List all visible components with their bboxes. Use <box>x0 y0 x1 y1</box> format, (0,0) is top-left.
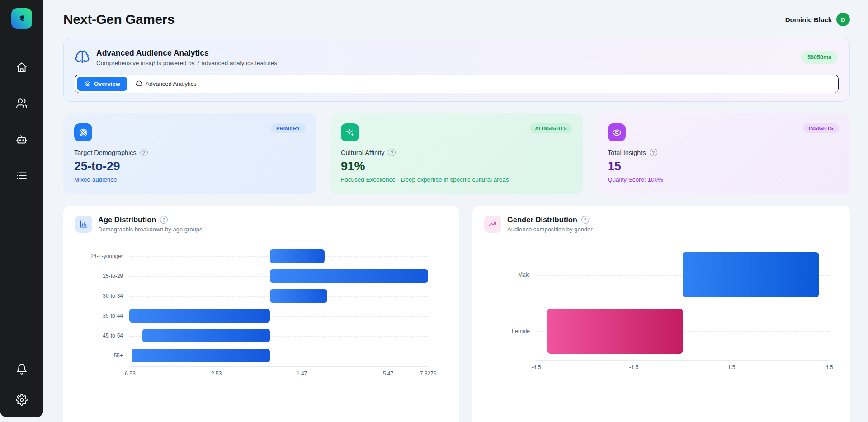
sparkles-icon <box>341 123 359 141</box>
brain-icon <box>75 50 90 65</box>
bar-55+ <box>132 349 270 362</box>
list-icon[interactable] <box>16 170 28 182</box>
stat-card-total-insights: INSIGHTS Total Insights ? 15 Quality Sco… <box>597 113 850 194</box>
banner-title: Advanced Audience Analytics <box>96 48 277 58</box>
gender-distribution-card: Gender Distribution ? Audience compositi… <box>472 206 850 422</box>
page-title: Next-Gen Gamers <box>63 12 175 27</box>
age-distribution-chart: 24-+-younger25-to-2930-to-3435-to-4445-t… <box>75 246 447 378</box>
main-content: Next-Gen Gamers Dominic Black D Advanced… <box>43 0 868 422</box>
category-label: 25-to-29 <box>75 273 129 279</box>
chart-row: 25-to-29 <box>75 266 447 286</box>
bar-Female <box>547 309 683 354</box>
help-icon[interactable]: ? <box>140 149 148 156</box>
gender-distribution-chart: MaleFemale -4.5-1.51.54.5 <box>484 246 838 372</box>
chart-title: Gender Distribution <box>507 216 577 224</box>
category-label: 55+ <box>75 352 129 359</box>
eye-icon <box>84 80 91 87</box>
help-icon[interactable]: ? <box>160 216 168 224</box>
tab-overview-label: Overview <box>94 80 120 87</box>
target-icon <box>74 123 92 141</box>
tab-overview[interactable]: Overview <box>77 77 127 91</box>
sidebar-bottom-nav <box>16 363 28 406</box>
bar-30-to-34 <box>270 289 327 303</box>
x-axis: -4.5-1.51.54.5 <box>536 360 829 372</box>
help-icon[interactable]: ? <box>581 216 589 224</box>
chart-title: Age Distribution <box>98 216 156 224</box>
user-name: Dominic Black <box>785 16 832 23</box>
stat-label: Target Demographics <box>74 149 137 156</box>
eye-icon <box>608 123 626 141</box>
latency-badge: 56050ms <box>801 51 838 64</box>
x-tick-label: -1.5 <box>629 364 639 370</box>
stat-badge: INSIGHTS <box>803 123 839 133</box>
stat-label: Cultural Affinity <box>341 149 384 156</box>
tab-bar: Overview Advanced Analytics <box>75 75 839 93</box>
tab-advanced-analytics-label: Advanced Analytics <box>146 80 197 87</box>
category-label: Female <box>484 328 536 334</box>
logo-glyph-icon <box>16 13 28 24</box>
x-tick-label: 1.47 <box>297 370 307 377</box>
bar-25-to-29 <box>270 269 428 283</box>
home-icon[interactable] <box>16 61 28 73</box>
bell-icon[interactable] <box>16 363 28 375</box>
x-axis: -6.53-2.531.475.477.3276 <box>129 366 428 378</box>
bar-45-to-54 <box>142 329 270 342</box>
sidebar <box>0 0 43 417</box>
app-logo[interactable] <box>11 8 32 29</box>
user-menu[interactable]: Dominic Black D <box>785 13 850 26</box>
chart-row: 35-to-44 <box>75 306 447 326</box>
x-tick-label: -4.5 <box>532 364 541 370</box>
settings-icon[interactable] <box>16 394 28 406</box>
stat-value: 91% <box>341 159 572 173</box>
stat-value: 25-to-29 <box>74 159 306 173</box>
stat-subtext: Mixed audience <box>74 176 306 183</box>
help-icon[interactable]: ? <box>388 149 396 156</box>
trending-up-icon <box>484 216 501 233</box>
category-label: Male <box>484 272 536 278</box>
banner-text: Advanced Audience Analytics Comprehensiv… <box>96 48 277 66</box>
charts-row: Age Distribution ? Demographic breakdown… <box>63 206 850 422</box>
category-label: 24-+-younger <box>75 253 129 259</box>
banner-subtitle: Comprehensive insights powered by 7 adva… <box>96 60 277 66</box>
bar-chart-icon <box>75 216 92 233</box>
chart-row: 55+ <box>75 346 447 366</box>
chart-subtitle: Audience composition by gender <box>507 226 593 233</box>
category-label: 45-to-54 <box>75 333 129 339</box>
chart-row: 24-+-younger <box>75 246 447 266</box>
bar-Male <box>683 252 819 297</box>
avatar[interactable]: D <box>836 13 850 26</box>
age-distribution-card: Age Distribution ? Demographic breakdown… <box>63 206 459 422</box>
x-tick-label: 1.5 <box>728 364 736 370</box>
stat-label: Total Insights <box>608 149 646 156</box>
x-tick-label: 7.3276 <box>420 370 437 377</box>
help-icon[interactable]: ? <box>650 149 657 156</box>
x-tick-label: 4.5 <box>826 364 833 370</box>
bot-icon[interactable] <box>16 134 28 145</box>
stat-card-target-demographics: PRIMARY Target Demographics ? 25-to-29 M… <box>63 113 316 194</box>
stat-card-cultural-affinity: AI INSIGHTS Cultural Affinity ? 91% Focu… <box>330 113 583 194</box>
chart-row: Male <box>484 246 838 303</box>
bar-24-+-younger <box>270 249 325 263</box>
x-tick-label: -6.53 <box>123 370 135 377</box>
stat-subtext: Focused Excellence - Deep expertise in s… <box>341 176 572 183</box>
sidebar-nav <box>16 61 28 182</box>
users-icon[interactable] <box>16 98 28 109</box>
chart-row: 30-to-34 <box>75 286 447 306</box>
category-label: 30-to-34 <box>75 293 129 299</box>
chart-subtitle: Demographic breakdown by age groups <box>98 226 203 233</box>
topbar: Next-Gen Gamers Dominic Black D <box>63 12 850 27</box>
bar-35-to-44 <box>129 309 270 323</box>
stat-badge: AI INSIGHTS <box>530 123 572 133</box>
stat-subtext: Quality Score: 100% <box>608 176 839 183</box>
stat-cards: PRIMARY Target Demographics ? 25-to-29 M… <box>63 113 850 194</box>
chart-row: Female <box>484 303 838 359</box>
x-tick-label: 5.47 <box>383 370 393 377</box>
chart-row: 45-to-54 <box>75 326 447 346</box>
brain-icon <box>136 80 142 87</box>
category-label: 35-to-44 <box>75 313 129 319</box>
stat-value: 15 <box>608 159 839 173</box>
x-tick-label: -2.53 <box>209 370 222 377</box>
analytics-banner: Advanced Audience Analytics Comprehensiv… <box>63 38 850 102</box>
tab-advanced-analytics[interactable]: Advanced Analytics <box>130 77 202 91</box>
stat-badge: PRIMARY <box>271 123 306 133</box>
